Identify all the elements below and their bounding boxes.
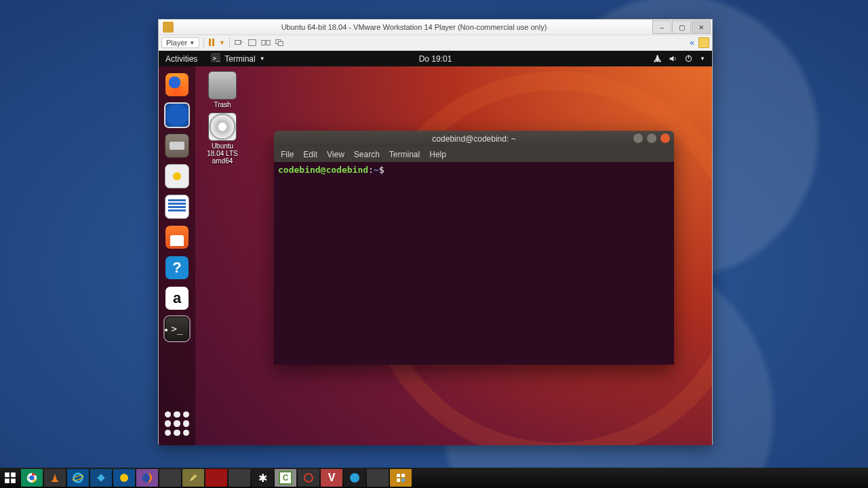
desktop-ubuntu-disc[interactable]: Ubuntu 18.04 LTS amd64 bbox=[202, 113, 243, 165]
toolbar-collapse-icon[interactable]: « bbox=[690, 38, 694, 47]
chevron-down-icon: ▼ bbox=[260, 56, 265, 62]
windows-taskbar: ✱ C V bbox=[0, 468, 868, 488]
terminal-menu-terminal[interactable]: Terminal bbox=[389, 150, 420, 159]
svg-rect-0 bbox=[235, 41, 241, 45]
taskbar-app-5[interactable] bbox=[205, 469, 227, 487]
app-menu[interactable]: >_ Terminal ▼ bbox=[211, 53, 264, 64]
taskbar-app-2[interactable] bbox=[113, 469, 135, 487]
show-applications-button[interactable] bbox=[161, 407, 193, 440]
send-ctrl-alt-del-icon[interactable] bbox=[234, 38, 243, 47]
pause-icon[interactable] bbox=[208, 39, 215, 47]
dock-firefox[interactable] bbox=[163, 70, 191, 99]
taskbar-vmware[interactable] bbox=[390, 469, 412, 487]
terminal-menu-file[interactable]: File bbox=[281, 150, 294, 159]
vmware-title-text: Ubuntu 64-bit 18.04 - VMware Workstation… bbox=[176, 23, 652, 31]
svg-rect-1 bbox=[249, 40, 256, 46]
desktop-icons: Trash Ubuntu 18.04 LTS amd64 bbox=[202, 71, 243, 165]
taskbar-chrome[interactable] bbox=[21, 469, 43, 487]
dock-terminal[interactable]: >_ bbox=[163, 314, 191, 343]
vmware-titlebar[interactable]: Ubuntu 64-bit 18.04 - VMware Workstation… bbox=[159, 20, 712, 35]
taskbar-app-1[interactable] bbox=[90, 469, 112, 487]
network-icon bbox=[653, 54, 662, 63]
clock[interactable]: Do 19:01 bbox=[419, 54, 452, 64]
dock-libreoffice-writer[interactable] bbox=[163, 192, 191, 221]
svg-rect-5 bbox=[278, 41, 283, 45]
power-icon bbox=[684, 54, 693, 63]
terminal-titlebar[interactable]: codebind@codebind: ~ bbox=[274, 131, 674, 147]
dock-amazon[interactable]: a bbox=[163, 284, 191, 312]
svg-rect-28 bbox=[401, 474, 405, 477]
taskbar-app-6[interactable] bbox=[229, 469, 250, 487]
svg-text:>_: >_ bbox=[213, 55, 220, 62]
dock-rhythmbox[interactable] bbox=[163, 162, 191, 190]
svg-point-25 bbox=[304, 474, 313, 482]
toolbar-right-icon[interactable] bbox=[698, 37, 709, 48]
desktop-trash[interactable]: Trash bbox=[202, 71, 243, 108]
gnome-terminal-window[interactable]: codebind@codebind: ~ File Edit View Sear… bbox=[274, 131, 674, 365]
terminal-body[interactable]: codebind@codebind:~$ bbox=[274, 162, 674, 365]
taskbar-app-7[interactable]: ✱ bbox=[252, 469, 273, 487]
dvd-icon bbox=[208, 113, 237, 141]
taskbar-app-10[interactable] bbox=[367, 469, 389, 487]
taskbar-app-3[interactable] bbox=[159, 469, 181, 487]
unity-mode-icon[interactable] bbox=[261, 38, 271, 47]
ubuntu-desktop[interactable]: Activities >_ Terminal ▼ Do 19:01 ▼ bbox=[159, 51, 712, 445]
minimize-button[interactable]: – bbox=[652, 20, 671, 34]
svg-point-23 bbox=[120, 474, 128, 482]
close-button[interactable]: ✕ bbox=[692, 20, 711, 34]
terminal-menubar: File Edit View Search Terminal Help bbox=[274, 147, 674, 162]
terminal-close-button[interactable] bbox=[660, 134, 670, 143]
svg-point-18 bbox=[29, 475, 34, 480]
activities-button[interactable]: Activities bbox=[165, 54, 197, 64]
maximize-button[interactable]: ▢ bbox=[672, 20, 691, 34]
svg-rect-2 bbox=[262, 41, 265, 45]
svg-rect-3 bbox=[267, 41, 270, 45]
chevron-down-icon: ▼ bbox=[700, 56, 705, 62]
volume-icon bbox=[669, 54, 677, 63]
start-button[interactable] bbox=[0, 468, 20, 488]
terminal-menu-icon: >_ bbox=[211, 53, 220, 64]
svg-rect-14 bbox=[11, 472, 16, 477]
chevron-down-icon: ▼ bbox=[189, 40, 195, 46]
taskbar-ie[interactable] bbox=[67, 469, 89, 487]
svg-rect-15 bbox=[5, 479, 9, 483]
svg-rect-19 bbox=[52, 481, 58, 482]
vmware-toolbar: Player ▼ ▼ « bbox=[159, 35, 712, 51]
dock-ubuntu-software[interactable] bbox=[163, 223, 191, 251]
taskbar-vlc[interactable] bbox=[44, 469, 66, 487]
taskbar-firefox[interactable] bbox=[136, 469, 158, 487]
svg-rect-27 bbox=[397, 474, 400, 477]
dock-thunderbird[interactable] bbox=[163, 101, 191, 129]
svg-rect-13 bbox=[5, 472, 9, 477]
prompt-path: ~ bbox=[374, 165, 379, 175]
cycle-multiple-monitors-icon[interactable] bbox=[275, 38, 284, 47]
terminal-minimize-button[interactable] bbox=[633, 134, 643, 143]
prompt-user-host: codebind@codebind bbox=[278, 165, 368, 175]
svg-rect-12 bbox=[688, 56, 689, 59]
terminal-maximize-button[interactable] bbox=[647, 134, 656, 143]
svg-rect-30 bbox=[401, 479, 405, 482]
taskbar-app-4[interactable] bbox=[182, 469, 204, 487]
svg-rect-22 bbox=[97, 474, 104, 481]
dock-files[interactable] bbox=[163, 131, 191, 160]
svg-rect-29 bbox=[397, 479, 400, 482]
taskbar-app-9[interactable] bbox=[344, 469, 366, 487]
gnome-top-bar: Activities >_ Terminal ▼ Do 19:01 ▼ bbox=[159, 51, 712, 66]
fullscreen-enter-icon[interactable] bbox=[248, 38, 257, 47]
dock-help[interactable]: ? bbox=[163, 253, 191, 282]
ubuntu-dock: ? a >_ bbox=[159, 66, 195, 445]
svg-rect-16 bbox=[11, 479, 16, 483]
vmware-app-icon bbox=[163, 22, 174, 33]
vmware-player-window: Ubuntu 64-bit 18.04 - VMware Workstation… bbox=[158, 19, 713, 445]
terminal-menu-search[interactable]: Search bbox=[354, 150, 380, 159]
taskbar-app-8[interactable] bbox=[298, 469, 319, 487]
player-menu[interactable]: Player ▼ bbox=[161, 37, 199, 48]
trash-icon bbox=[208, 71, 237, 100]
taskbar-camtasia[interactable]: C bbox=[275, 469, 296, 487]
taskbar-vivaldi[interactable]: V bbox=[321, 469, 342, 487]
terminal-menu-edit[interactable]: Edit bbox=[303, 150, 317, 159]
terminal-menu-view[interactable]: View bbox=[327, 150, 344, 159]
system-status-area[interactable]: ▼ bbox=[653, 54, 705, 63]
toolbar-chevron-icon[interactable]: ▼ bbox=[219, 39, 225, 46]
terminal-menu-help[interactable]: Help bbox=[429, 150, 446, 159]
